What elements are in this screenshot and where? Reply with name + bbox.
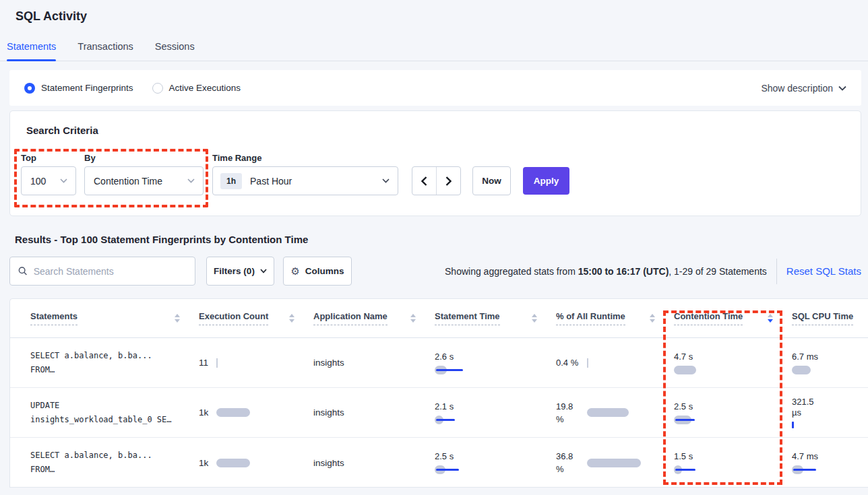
sort-icon[interactable] xyxy=(650,314,655,323)
chevron-down-icon xyxy=(382,178,390,183)
sort-icon[interactable] xyxy=(289,314,294,323)
statements-table: Statements Execution Count Application N… xyxy=(9,298,868,488)
tab-sessions[interactable]: Sessions xyxy=(155,41,195,61)
radio-label: Statement Fingerprints xyxy=(41,83,133,93)
sort-desc-active-icon[interactable] xyxy=(768,314,773,323)
reset-sql-stats-link[interactable]: Reset SQL Stats xyxy=(786,265,861,277)
radio-label: Active Executions xyxy=(169,83,241,93)
contention-time-cell: 1.5 s xyxy=(674,451,792,474)
by-label: By xyxy=(84,153,96,163)
by-select-value: Contention Time xyxy=(94,176,162,187)
column-header-contention-time[interactable]: Contention Time xyxy=(674,311,792,325)
columns-button[interactable]: ⚙ Columns xyxy=(283,257,352,286)
application-name-cell: insights xyxy=(313,458,435,468)
cpu-bar xyxy=(792,366,811,374)
statement-time-cell: 2.1 s xyxy=(435,401,556,424)
top-label: Top xyxy=(21,153,36,163)
top-select-value: 100 xyxy=(30,176,46,187)
sort-icon[interactable] xyxy=(532,314,537,323)
chevron-down-icon xyxy=(60,178,67,183)
column-header-statements[interactable]: Statements xyxy=(30,311,199,325)
column-header-sql-cpu-time[interactable]: SQL CPU Time xyxy=(792,311,868,325)
radio-unselected-icon[interactable] xyxy=(152,83,163,94)
runtime-pct-bar xyxy=(587,408,629,417)
execution-count-bar xyxy=(216,408,250,417)
statement-time-cell: 2.5 s xyxy=(435,451,556,474)
tab-transactions[interactable]: Transactions xyxy=(78,41,133,61)
radio-active-executions[interactable]: Active Executions xyxy=(152,83,241,94)
now-button[interactable]: Now xyxy=(472,166,511,195)
search-statements-input[interactable] xyxy=(34,266,187,277)
application-name-cell: insights xyxy=(313,358,435,368)
apply-button[interactable]: Apply xyxy=(523,167,569,195)
results-heading: Results - Top 100 Statement Fingerprints… xyxy=(15,234,868,245)
by-select[interactable]: Contention Time xyxy=(84,166,204,195)
gear-icon: ⚙ xyxy=(290,265,299,277)
table-header-row: Statements Execution Count Application N… xyxy=(10,299,868,338)
chevron-right-icon xyxy=(445,176,452,186)
radio-selected-icon[interactable] xyxy=(24,83,35,94)
next-range-button[interactable] xyxy=(437,167,460,195)
radio-statement-fingerprints[interactable]: Statement Fingerprints xyxy=(24,83,133,94)
execution-count-bar xyxy=(216,459,250,467)
contention-bar-line xyxy=(675,419,695,421)
time-range-label: Time Range xyxy=(212,153,261,163)
tab-bar: Statements Transactions Sessions xyxy=(0,41,868,61)
column-header-execution-count[interactable]: Execution Count xyxy=(199,311,313,325)
filters-button[interactable]: Filters (0) xyxy=(206,257,274,286)
aggregated-stats-text: Showing aggregated stats from 15:00 to 1… xyxy=(445,266,767,277)
search-statements-box[interactable] xyxy=(9,257,195,286)
contention-bar xyxy=(674,366,696,374)
contention-bar-line xyxy=(675,469,695,471)
top-select[interactable]: 100 xyxy=(21,166,76,195)
statement-fingerprint[interactable]: UPDATEinsights_workload_table_0 SE… xyxy=(30,399,199,427)
statement-fingerprint[interactable]: SELECT a.balance, b.ba...FROM… xyxy=(30,349,199,377)
time-range-stepper xyxy=(412,166,461,195)
chevron-down-icon xyxy=(260,269,267,273)
statement-fingerprint[interactable]: SELECT a.balance, b.ba...FROM… xyxy=(30,449,199,477)
execution-count-cell: 1k xyxy=(199,458,313,468)
chevron-down-icon xyxy=(838,86,846,91)
execution-count-cell: 11 xyxy=(199,358,313,368)
sort-icon[interactable] xyxy=(175,314,180,323)
column-header-application-name[interactable]: Application Name xyxy=(313,311,435,325)
sort-icon[interactable] xyxy=(410,314,416,323)
sql-cpu-time-cell: 6.7 ms xyxy=(792,352,868,374)
show-description-toggle[interactable]: Show description xyxy=(761,83,846,94)
time-range-select[interactable]: 1h Past Hour xyxy=(212,166,398,195)
column-header-statement-time[interactable]: Statement Time xyxy=(435,311,556,325)
execution-count-cell: 1k xyxy=(199,407,313,418)
previous-range-button[interactable] xyxy=(412,167,437,195)
time-bar-line xyxy=(436,419,455,421)
stats-time-range: 15:00 to 16:17 (UTC) xyxy=(578,266,669,277)
runtime-pct-cell: 0.4 % xyxy=(556,356,674,369)
column-header-runtime-pct[interactable]: % of All Runtime xyxy=(556,311,674,325)
search-criteria-panel: Search Criteria Top 100 By Contention Ti… xyxy=(9,110,861,216)
search-criteria-heading: Search Criteria xyxy=(26,125,98,136)
time-bar-line xyxy=(436,369,463,371)
runtime-pct-cell: 19.8% xyxy=(556,400,674,426)
runtime-pct-bar xyxy=(587,459,641,467)
statement-time-cell: 2.6 s xyxy=(435,352,556,374)
divider xyxy=(776,259,777,284)
search-icon xyxy=(18,266,28,276)
cpu-bar-line xyxy=(793,469,816,471)
runtime-pct-cell: 36.8% xyxy=(556,450,674,475)
chevron-down-icon xyxy=(187,178,195,183)
table-row[interactable]: SELECT a.balance, b.ba...FROM… 11 insigh… xyxy=(10,338,868,388)
filters-label: Filters (0) xyxy=(214,266,255,276)
contention-time-cell: 4.7 s xyxy=(674,352,792,374)
chevron-left-icon xyxy=(421,176,427,186)
time-range-badge: 1h xyxy=(220,173,242,189)
time-range-value: Past Hour xyxy=(250,176,292,187)
columns-label: Columns xyxy=(305,266,344,276)
cpu-bar xyxy=(792,422,794,428)
tab-statements[interactable]: Statements xyxy=(7,41,56,61)
view-mode-strip: Statement Fingerprints Active Executions… xyxy=(9,70,861,106)
contention-time-cell: 2.5 s xyxy=(674,401,792,424)
table-row[interactable]: SELECT a.balance, b.ba...FROM… 1k insigh… xyxy=(10,438,868,488)
page-title: SQL Activity xyxy=(0,0,868,24)
runtime-pct-bar xyxy=(587,358,588,368)
sql-cpu-time-cell: 4.7 ms xyxy=(792,451,868,474)
table-row[interactable]: UPDATEinsights_workload_table_0 SE… 1k i… xyxy=(10,388,868,438)
